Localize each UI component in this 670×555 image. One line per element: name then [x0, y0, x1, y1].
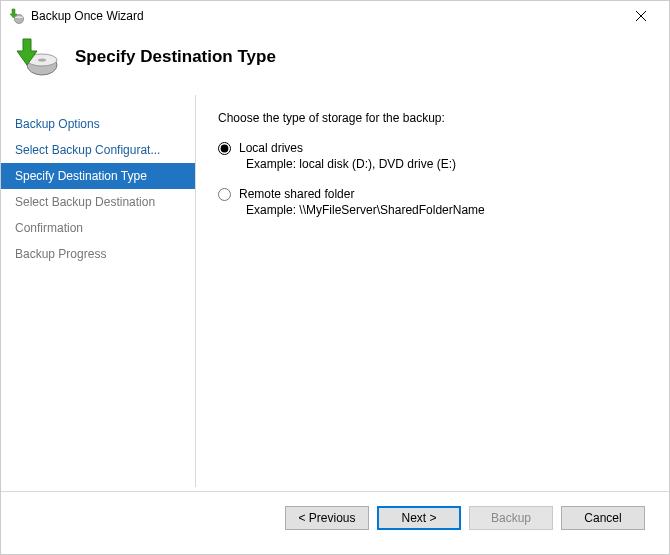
sidebar-item-select-config[interactable]: Select Backup Configurat...: [1, 137, 195, 163]
sidebar-item-select-destination: Select Backup Destination: [1, 189, 195, 215]
sidebar-item-backup-options[interactable]: Backup Options: [1, 111, 195, 137]
close-icon: [636, 11, 646, 21]
next-button[interactable]: Next >: [377, 506, 461, 530]
button-bar: < Previous Next > Backup Cancel: [1, 492, 669, 544]
example-remote: Example: \\MyFileServer\SharedFolderName: [246, 203, 647, 217]
wizard-steps-sidebar: Backup Options Select Backup Configurat.…: [1, 95, 195, 487]
close-button[interactable]: [621, 2, 661, 30]
radio-local-drives[interactable]: [218, 142, 231, 155]
cancel-button[interactable]: Cancel: [561, 506, 645, 530]
sidebar-item-destination-type[interactable]: Specify Destination Type: [1, 163, 195, 189]
content-area: Backup Options Select Backup Configurat.…: [1, 95, 669, 487]
svg-point-1: [15, 16, 24, 19]
main-panel: Choose the type of storage for the backu…: [196, 95, 669, 487]
radio-remote-folder[interactable]: [218, 188, 231, 201]
previous-button[interactable]: < Previous: [285, 506, 369, 530]
titlebar: Backup Once Wizard: [1, 1, 669, 31]
page-title: Specify Destination Type: [75, 47, 276, 67]
wizard-icon: [13, 37, 59, 77]
instruction-text: Choose the type of storage for the backu…: [218, 111, 647, 125]
radio-label-remote: Remote shared folder: [239, 187, 354, 201]
sidebar-item-confirmation: Confirmation: [1, 215, 195, 241]
radio-option-remote-folder[interactable]: Remote shared folder: [218, 187, 647, 201]
svg-point-4: [38, 58, 46, 61]
radio-label-local: Local drives: [239, 141, 303, 155]
example-local: Example: local disk (D:), DVD drive (E:): [246, 157, 647, 171]
app-icon: [9, 8, 25, 24]
sidebar-item-backup-progress: Backup Progress: [1, 241, 195, 267]
window-title: Backup Once Wizard: [31, 9, 621, 23]
radio-option-local-drives[interactable]: Local drives: [218, 141, 647, 155]
backup-button: Backup: [469, 506, 553, 530]
wizard-header: Specify Destination Type: [1, 31, 669, 95]
